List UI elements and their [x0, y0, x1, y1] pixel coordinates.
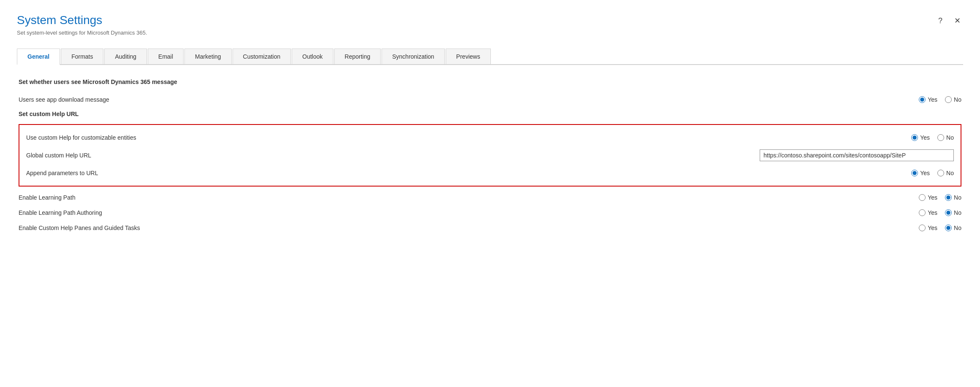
content-area: Set whether users see Microsoft Dynamics… — [17, 78, 963, 235]
learning-path-no-label: No — [954, 194, 961, 201]
enable-custom-help-panes-control: Yes No — [919, 225, 961, 231]
learning-path-no-radio[interactable] — [945, 194, 952, 201]
enable-learning-path-row: Enable Learning Path Yes No — [19, 190, 961, 205]
app-download-no-option[interactable]: No — [945, 96, 961, 103]
custom-help-section: Use custom Help for customizable entitie… — [19, 124, 961, 187]
use-custom-help-yes-option[interactable]: Yes — [911, 134, 930, 141]
dialog-controls: ? ✕ — [936, 14, 963, 26]
title-section: System Settings Set system-level setting… — [17, 14, 936, 36]
enable-learning-path-label: Enable Learning Path — [19, 194, 76, 201]
custom-help-panes-yes-radio[interactable] — [919, 225, 926, 231]
app-download-row: Users see app download message Yes No — [19, 92, 961, 107]
dynamics-message-section: Set whether users see Microsoft Dynamics… — [19, 78, 961, 107]
help-button[interactable]: ? — [936, 15, 945, 26]
use-custom-help-no-option[interactable]: No — [937, 134, 954, 141]
enable-learning-path-authoring-row: Enable Learning Path Authoring Yes No — [19, 205, 961, 220]
tab-previews[interactable]: Previews — [446, 49, 491, 64]
learning-path-authoring-no-label: No — [954, 209, 961, 216]
learning-path-no-option[interactable]: No — [945, 194, 961, 201]
app-download-no-label: No — [954, 96, 961, 103]
close-button[interactable]: ✕ — [952, 15, 963, 26]
custom-help-panes-yes-label: Yes — [928, 225, 937, 231]
append-params-yes-radio[interactable] — [911, 170, 918, 176]
append-params-yes-label: Yes — [920, 170, 930, 176]
tab-reporting[interactable]: Reporting — [334, 49, 381, 64]
append-params-control: Yes No — [911, 170, 954, 176]
global-help-url-row: Global custom Help URL — [26, 145, 954, 165]
append-params-yes-option[interactable]: Yes — [911, 170, 930, 176]
custom-help-panes-no-option[interactable]: No — [945, 225, 961, 231]
tab-synchronization[interactable]: Synchronization — [382, 49, 445, 64]
learning-path-authoring-yes-option[interactable]: Yes — [919, 209, 937, 216]
learning-section: Enable Learning Path Yes No Enable Learn… — [19, 190, 961, 235]
global-help-url-control — [760, 149, 954, 161]
app-download-yes-label: Yes — [928, 96, 937, 103]
use-custom-help-control: Yes No — [911, 134, 954, 141]
tab-customization[interactable]: Customization — [233, 49, 291, 64]
global-help-url-label: Global custom Help URL — [26, 152, 153, 159]
learning-path-authoring-yes-radio[interactable] — [919, 209, 926, 216]
use-custom-help-no-label: No — [946, 134, 954, 141]
custom-help-panes-yes-option[interactable]: Yes — [919, 225, 937, 231]
tab-email[interactable]: Email — [148, 49, 184, 64]
learning-path-authoring-no-radio[interactable] — [945, 209, 952, 216]
use-custom-help-label: Use custom Help for customizable entitie… — [26, 134, 153, 141]
tab-auditing[interactable]: Auditing — [104, 49, 147, 64]
enable-learning-path-authoring-label: Enable Learning Path Authoring — [19, 209, 102, 216]
append-params-no-option[interactable]: No — [937, 170, 954, 176]
enable-custom-help-panes-label: Enable Custom Help Panes and Guided Task… — [19, 225, 140, 231]
tab-formats[interactable]: Formats — [61, 49, 103, 64]
app-download-no-radio[interactable] — [945, 96, 952, 103]
use-custom-help-no-radio[interactable] — [937, 134, 944, 141]
app-download-yes-radio[interactable] — [919, 96, 926, 103]
app-download-label: Users see app download message — [19, 96, 145, 103]
dialog-header: System Settings Set system-level setting… — [17, 14, 963, 36]
append-params-label: Append parameters to URL — [26, 170, 153, 176]
use-custom-help-yes-label: Yes — [920, 134, 930, 141]
enable-custom-help-panes-row: Enable Custom Help Panes and Guided Task… — [19, 220, 961, 235]
app-download-yes-option[interactable]: Yes — [919, 96, 937, 103]
custom-help-panes-no-label: No — [954, 225, 961, 231]
tab-marketing[interactable]: Marketing — [184, 49, 231, 64]
append-params-row: Append parameters to URL Yes No — [26, 165, 954, 181]
app-download-control: Yes No — [919, 96, 961, 103]
enable-learning-path-control: Yes No — [919, 194, 961, 201]
learning-path-yes-option[interactable]: Yes — [919, 194, 937, 201]
global-help-url-input[interactable] — [760, 149, 954, 161]
tab-general[interactable]: General — [17, 49, 60, 65]
tabs-container: General Formats Auditing Email Marketing… — [17, 49, 963, 65]
learning-path-authoring-yes-label: Yes — [928, 209, 937, 216]
learning-path-yes-radio[interactable] — [919, 194, 926, 201]
append-params-no-label: No — [946, 170, 954, 176]
learning-path-yes-label: Yes — [928, 194, 937, 201]
tab-outlook[interactable]: Outlook — [292, 49, 333, 64]
dialog-subtitle: Set system-level settings for Microsoft … — [17, 30, 936, 36]
use-custom-help-row: Use custom Help for customizable entitie… — [26, 130, 954, 145]
dynamics-message-title: Set whether users see Microsoft Dynamics… — [19, 78, 961, 85]
custom-help-title: Set custom Help URL — [19, 111, 961, 117]
dialog-title: System Settings — [17, 14, 936, 27]
enable-learning-path-authoring-control: Yes No — [919, 209, 961, 216]
append-params-no-radio[interactable] — [937, 170, 944, 176]
custom-help-panes-no-radio[interactable] — [945, 225, 952, 231]
dialog-container: System Settings Set system-level setting… — [0, 0, 980, 387]
use-custom-help-yes-radio[interactable] — [911, 134, 918, 141]
learning-path-authoring-no-option[interactable]: No — [945, 209, 961, 216]
